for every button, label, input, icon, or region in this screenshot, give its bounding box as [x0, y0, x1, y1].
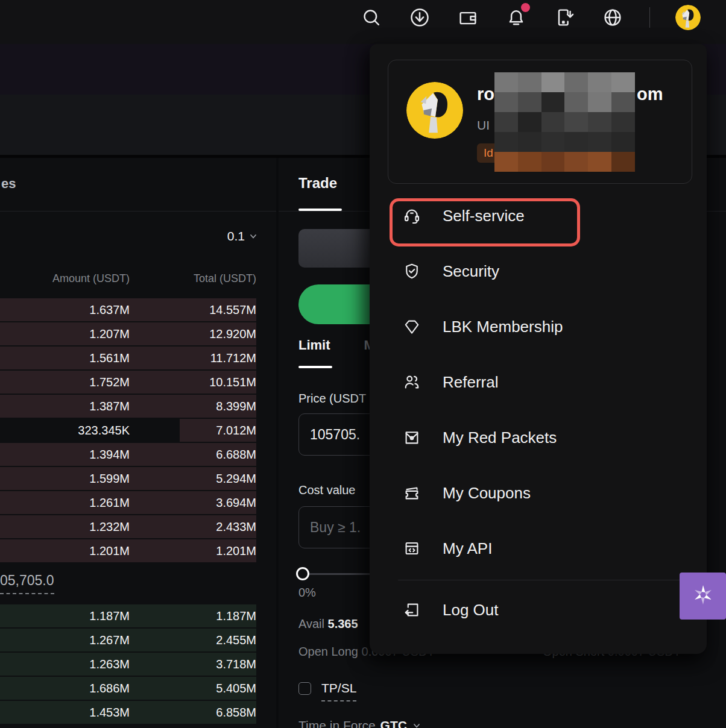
amount-cell: 1.561M: [0, 351, 130, 365]
amount-cell: 1.232M: [0, 520, 130, 534]
ask-row[interactable]: 1.752M10.151M: [0, 371, 256, 394]
menu-divider: [398, 580, 687, 580]
amount-cell: 1.599M: [0, 472, 130, 486]
tif-value: GTC: [380, 718, 407, 728]
total-cell: 12.920M: [130, 327, 256, 341]
avail-label: Avail: [298, 617, 324, 630]
amount-cell: 1.637M: [0, 303, 130, 317]
bid-row[interactable]: 1.453M6.858M: [0, 701, 256, 724]
menu-item-security[interactable]: Security: [370, 252, 707, 290]
amount-cell: 1.267M: [0, 633, 130, 647]
open-long-label: Open Long: [298, 645, 358, 658]
download-icon[interactable]: [409, 7, 431, 28]
column-header-total: Total (USDT): [130, 272, 256, 285]
limit-tab-underline: [298, 366, 332, 368]
ask-row[interactable]: 1.201M1.201M: [0, 539, 256, 562]
menu-item-label: Security: [443, 262, 499, 281]
total-cell: 6.688M: [130, 448, 256, 462]
lbk-membership-icon: [403, 318, 421, 336]
amount-slider-handle[interactable]: [296, 567, 309, 580]
ask-row[interactable]: 1.394M6.688M: [0, 443, 256, 466]
ask-row[interactable]: 1.387M8.399M: [0, 395, 256, 418]
language-globe-icon[interactable]: [602, 7, 623, 28]
menu-item-logout[interactable]: Log Out: [370, 591, 707, 629]
ask-row[interactable]: 1.207M12.920M: [0, 322, 256, 345]
total-cell: 1.201M: [130, 544, 256, 558]
total-cell: 5.405M: [130, 682, 256, 695]
ask-row[interactable]: 1.561M11.712M: [0, 347, 256, 369]
menu-item-label: My Coupons: [443, 484, 531, 503]
menu-item-label: My API: [443, 539, 492, 558]
api-icon: [403, 539, 421, 557]
bid-row[interactable]: 1.686M5.405M: [0, 677, 256, 700]
bid-row[interactable]: 1.267M2.455M: [0, 629, 256, 651]
red-packets-icon: [403, 428, 421, 447]
amount-cell: 1.394M: [0, 448, 130, 462]
tick-size-select[interactable]: 0.1: [227, 229, 258, 243]
total-cell: 3.694M: [130, 496, 256, 510]
amount-cell: 323.345K: [0, 424, 130, 438]
tpsl-checkbox[interactable]: [298, 682, 311, 695]
ask-row[interactable]: 1.232M2.433M: [0, 515, 256, 538]
user-avatar-large: [406, 82, 463, 139]
amount-cell: 1.686M: [0, 682, 130, 695]
user-email-suffix: om: [637, 84, 663, 104]
total-cell: 1.187M: [130, 609, 256, 623]
total-cell: 10.151M: [130, 375, 256, 389]
app-download-icon[interactable]: [554, 7, 575, 28]
menu-item-coupons[interactable]: My Coupons: [370, 474, 707, 512]
total-cell: 2.455M: [130, 633, 256, 647]
menu-item-label: Log Out: [443, 601, 499, 620]
topbar-separator: [649, 7, 650, 28]
user-uid-partial: UI: [477, 118, 490, 133]
tab-trade[interactable]: Trade: [298, 175, 337, 192]
menu-item-red-packets[interactable]: My Red Packets: [370, 418, 707, 457]
amount-cell: 1.453M: [0, 706, 130, 720]
tpsl-row: TP/SL: [298, 681, 356, 701]
support-chat-widget[interactable]: [680, 573, 726, 620]
ask-row[interactable]: 1.637M14.557M: [0, 298, 256, 321]
app-screen: es 0.1 Amount (USDT) Total (USDT) 1.637M…: [0, 0, 726, 728]
menu-item-referral[interactable]: Referral: [370, 363, 707, 401]
top-navigation-bar: [0, 0, 726, 44]
pinwheel-icon: [687, 579, 719, 613]
bid-row[interactable]: 1.263M3.718M: [0, 653, 256, 676]
mid-price-value[interactable]: 05,705.0: [0, 573, 54, 594]
amount-cell: 1.752M: [0, 375, 130, 389]
tick-size-value: 0.1: [227, 229, 245, 243]
amount-cell: 1.187M: [0, 609, 130, 623]
tpsl-label: TP/SL: [321, 681, 356, 701]
total-cell: 7.012M: [130, 424, 256, 438]
self-service-icon: [403, 207, 421, 225]
coupons-icon: [403, 484, 421, 502]
bid-row[interactable]: 1.187M1.187M: [0, 604, 256, 627]
total-cell: 3.718M: [130, 657, 256, 671]
censored-pixelation-block: [494, 72, 635, 172]
available-balance: Avail 5.365: [298, 617, 358, 631]
user-dropdown-menu: ro om UI Id Self-serviceSecurityLBK Memb…: [370, 44, 707, 654]
search-icon[interactable]: [361, 7, 382, 28]
ask-row[interactable]: 323.345K7.012M: [0, 419, 256, 442]
menu-item-label: Referral: [443, 373, 498, 392]
amount-cell: 1.261M: [0, 496, 130, 510]
menu-item-lbk-membership[interactable]: LBK Membership: [370, 307, 707, 346]
time-in-force-select[interactable]: Time in Force GTC: [298, 718, 421, 728]
slider-percent: 0%: [298, 586, 316, 600]
wallet-icon[interactable]: [457, 7, 479, 28]
menu-item-api[interactable]: My API: [370, 529, 707, 568]
price-label: Price (USDT: [298, 392, 366, 406]
ask-row[interactable]: 1.599M5.294M: [0, 467, 256, 490]
referral-icon: [403, 373, 421, 391]
menu-item-self-service[interactable]: Self-service: [370, 196, 707, 235]
chevron-down-icon: [248, 231, 258, 241]
bids: 1.187M1.187M1.267M2.455M1.263M3.718M1.68…: [0, 604, 256, 725]
tab-limit[interactable]: Limit: [298, 337, 330, 353]
orderbook-tab-partial[interactable]: es: [1, 176, 16, 192]
notification-dot: [521, 3, 530, 12]
menu-item-label: My Red Packets: [443, 428, 557, 447]
chevron-down-icon: [412, 721, 421, 728]
ask-row[interactable]: 1.261M3.694M: [0, 491, 256, 514]
tif-label: Time in Force: [298, 718, 376, 728]
user-avatar[interactable]: [675, 5, 701, 30]
total-cell: 6.858M: [130, 706, 256, 720]
